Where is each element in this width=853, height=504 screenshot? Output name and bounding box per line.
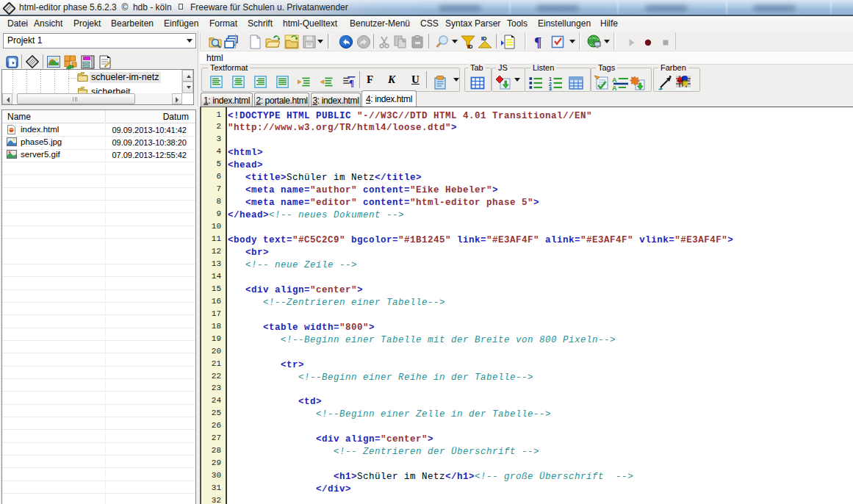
svg-text:3: 3 — [549, 86, 552, 90]
svg-text:A: A — [612, 76, 617, 84]
svg-text:1: 1 — [549, 76, 552, 82]
svg-text:¶: ¶ — [349, 78, 354, 88]
svg-text:¶: ¶ — [534, 35, 541, 49]
svg-text:A: A — [612, 84, 617, 90]
svg-text:ID: ID — [467, 43, 473, 49]
svg-text:ID: ID — [481, 35, 487, 42]
